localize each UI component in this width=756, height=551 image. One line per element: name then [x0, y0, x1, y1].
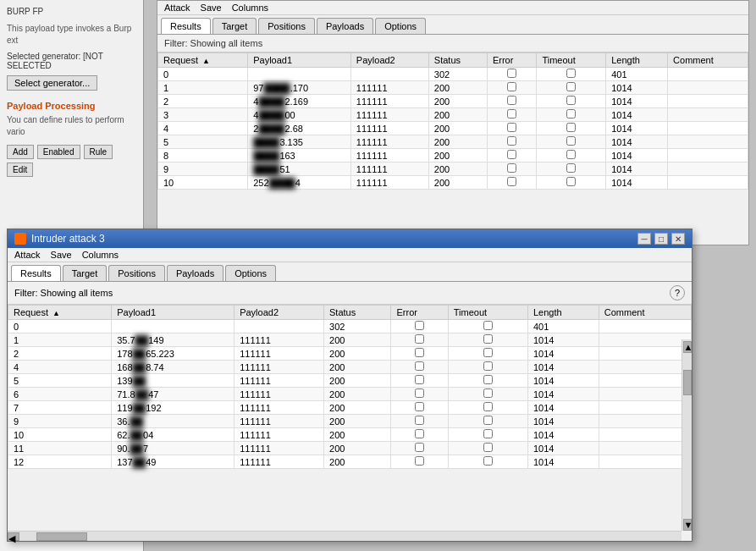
- timeout-check[interactable]: [566, 96, 576, 105]
- table-row: 1190.██7111111200 1014: [8, 442, 692, 455]
- timeout-check[interactable]: [566, 82, 576, 91]
- bg-tab-target[interactable]: Target: [212, 18, 257, 34]
- timeout-check[interactable]: [483, 456, 493, 466]
- error-check[interactable]: [507, 150, 516, 159]
- error-check[interactable]: [507, 82, 516, 91]
- error-check[interactable]: [507, 136, 516, 146]
- timeout-check[interactable]: [566, 163, 576, 173]
- bg-col-request[interactable]: Request ▲: [158, 53, 248, 68]
- bg-menu-columns[interactable]: Columns: [232, 3, 268, 13]
- timeout-check[interactable]: [566, 123, 576, 132]
- timeout-check[interactable]: [483, 348, 493, 357]
- scrollbar-down-arrow[interactable]: ▼: [683, 519, 692, 531]
- bg-col-status[interactable]: Status: [428, 53, 487, 68]
- minimize-button[interactable]: ─: [637, 233, 651, 245]
- bg-col-length[interactable]: Length: [606, 53, 668, 68]
- bg-menu-bar: Attack Save Columns: [157, 1, 748, 15]
- help-button[interactable]: ?: [670, 285, 685, 300]
- enabled-button[interactable]: Enabled: [37, 145, 80, 159]
- timeout-check[interactable]: [483, 321, 493, 330]
- timeout-check[interactable]: [483, 402, 493, 411]
- timeout-check[interactable]: [566, 177, 576, 186]
- timeout-check[interactable]: [483, 375, 493, 384]
- bg-tab-payloads[interactable]: Payloads: [317, 18, 373, 34]
- error-check[interactable]: [415, 402, 424, 411]
- table-row: 2178██65.223111111200 1014: [8, 347, 692, 361]
- timeout-check[interactable]: [566, 109, 576, 118]
- fg-tab-options[interactable]: Options: [225, 265, 276, 281]
- scrollbar-horizontal[interactable]: ◀: [8, 531, 682, 541]
- fg-tab-target[interactable]: Target: [63, 265, 108, 281]
- fg-menu-attack[interactable]: Attack: [14, 250, 41, 260]
- edit-button[interactable]: Edit: [7, 163, 33, 177]
- bg-col-error[interactable]: Error: [487, 53, 537, 68]
- fg-col-status[interactable]: Status: [324, 306, 391, 320]
- fg-menu-columns[interactable]: Columns: [82, 250, 119, 260]
- fg-tab-results[interactable]: Results: [11, 265, 61, 281]
- fg-col-comment[interactable]: Comment: [599, 306, 691, 320]
- table-row: 4168██8.74111111200 1014: [8, 361, 692, 374]
- timeout-check[interactable]: [483, 334, 493, 344]
- timeout-check[interactable]: [483, 388, 493, 398]
- error-check[interactable]: [415, 429, 424, 438]
- fg-col-payload2[interactable]: Payload2: [235, 306, 324, 320]
- error-check[interactable]: [415, 361, 424, 371]
- scrollbar-thumb-horizontal[interactable]: [36, 532, 87, 541]
- error-check[interactable]: [415, 443, 424, 452]
- timeout-check[interactable]: [566, 69, 576, 78]
- fg-table-container[interactable]: Request ▲ Payload1 Payload2 Status Error…: [8, 305, 692, 506]
- table-row: 1062.██04111111200 1014: [8, 428, 692, 442]
- fg-menu-save[interactable]: Save: [51, 250, 72, 260]
- error-check[interactable]: [507, 163, 516, 173]
- timeout-check[interactable]: [483, 443, 493, 452]
- table-row: 5139██111111200 1014: [8, 374, 692, 388]
- rule-button[interactable]: Rule: [84, 145, 113, 159]
- error-check[interactable]: [415, 388, 424, 398]
- error-check[interactable]: [507, 177, 516, 186]
- fg-menu-bar: Attack Save Columns: [8, 248, 692, 262]
- fg-col-request[interactable]: Request ▲: [8, 306, 112, 320]
- select-gen-button[interactable]: Select generator...: [7, 75, 97, 91]
- error-check[interactable]: [415, 416, 424, 425]
- error-check[interactable]: [507, 69, 516, 78]
- timeout-check[interactable]: [483, 416, 493, 425]
- bg-tab-results[interactable]: Results: [161, 18, 211, 34]
- scrollbar-left-arrow[interactable]: ◀: [8, 532, 19, 541]
- error-check[interactable]: [507, 123, 516, 132]
- table-row: 8████163111111200 1014: [158, 149, 748, 163]
- error-check[interactable]: [415, 334, 424, 344]
- fg-col-length[interactable]: Length: [527, 306, 599, 320]
- bg-tab-positions[interactable]: Positions: [258, 18, 315, 34]
- close-button[interactable]: ✕: [671, 233, 685, 245]
- fg-col-error[interactable]: Error: [391, 306, 448, 320]
- scrollbar-up-arrow[interactable]: ▲: [683, 341, 692, 353]
- add-button[interactable]: Add: [7, 145, 34, 159]
- error-check[interactable]: [507, 96, 516, 105]
- timeout-check[interactable]: [483, 429, 493, 438]
- timeout-check[interactable]: [566, 136, 576, 146]
- timeout-check[interactable]: [566, 150, 576, 159]
- scrollbar-vertical[interactable]: ▲ ▼: [682, 339, 692, 531]
- bg-col-payload1[interactable]: Payload1: [248, 53, 351, 68]
- scrollbar-thumb-vertical[interactable]: [683, 370, 692, 395]
- bg-menu-save[interactable]: Save: [201, 3, 222, 13]
- fg-attack-window: Intruder attack 3 ─ □ ✕ Attack Save Colu…: [7, 229, 693, 542]
- selected-gen: Selected generator: [NOT SELECTED: [7, 52, 136, 70]
- bg-col-payload2[interactable]: Payload2: [350, 53, 428, 68]
- timeout-check[interactable]: [483, 361, 493, 371]
- error-check[interactable]: [415, 456, 424, 466]
- bg-col-timeout[interactable]: Timeout: [537, 53, 606, 68]
- bg-col-comment[interactable]: Comment: [668, 53, 748, 68]
- fg-col-payload1[interactable]: Payload1: [112, 306, 235, 320]
- error-check[interactable]: [415, 321, 424, 330]
- maximize-button[interactable]: □: [654, 233, 668, 245]
- fg-col-timeout[interactable]: Timeout: [448, 306, 527, 320]
- error-check[interactable]: [415, 375, 424, 384]
- bg-tab-options[interactable]: Options: [375, 18, 426, 34]
- fg-tab-payloads[interactable]: Payloads: [167, 265, 223, 281]
- fg-tab-positions[interactable]: Positions: [108, 265, 165, 281]
- fg-title-bar: Intruder attack 3 ─ □ ✕: [8, 229, 692, 248]
- error-check[interactable]: [415, 348, 424, 357]
- bg-menu-attack[interactable]: Attack: [164, 3, 190, 13]
- error-check[interactable]: [507, 109, 516, 118]
